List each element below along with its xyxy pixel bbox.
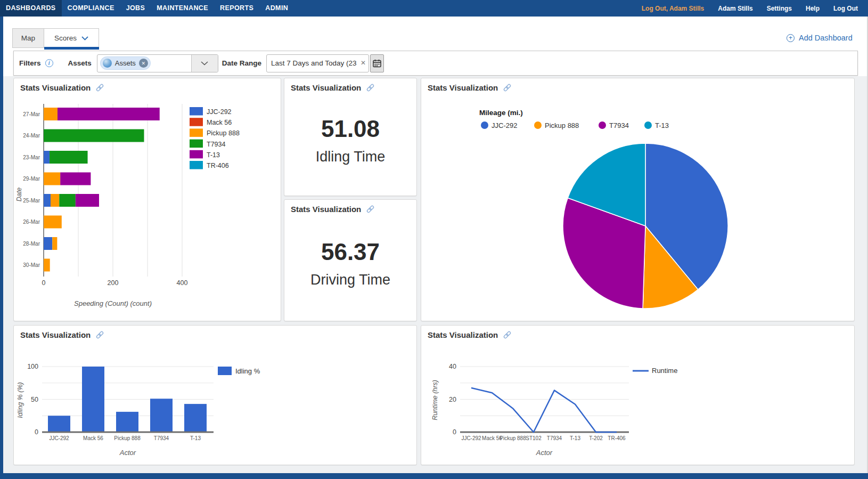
nav-item-admin[interactable]: ADMIN: [259, 0, 294, 17]
settings-link[interactable]: Settings: [760, 5, 799, 12]
svg-text:JJC-292: JJC-292: [492, 121, 517, 129]
nav-item-dashboards[interactable]: DASHBOARDS: [0, 0, 62, 17]
driving-time-value: 56.37: [321, 239, 380, 265]
panel-header: Stats Visualization: [284, 78, 416, 92]
main-menu: DASHBOARDSCOMPLIANCEJOBSMAINTENANCEREPOR…: [0, 0, 294, 17]
svg-text:Speeding (Count) (count): Speeding (Count) (count): [74, 299, 152, 307]
calendar-button[interactable]: [370, 54, 384, 72]
svg-text:JJC-292: JJC-292: [461, 435, 481, 441]
svg-text:JJC-292: JJC-292: [207, 108, 232, 116]
panel-speeding-stacked-bar: Stats Visualization 27-Mar24-Mar23-Mar29…: [13, 78, 281, 321]
panel-header: Stats Visualization: [421, 78, 854, 92]
logout-user-link[interactable]: Log Out, Adam Stills: [635, 5, 711, 12]
panel-idling-time-stat: Stats Visualization 51.08 Idling Time: [284, 78, 417, 196]
mileage-pie-chart: Mileage (mi.)JJC-292Pickup 888T7934T-13: [421, 100, 854, 321]
link-icon[interactable]: [503, 330, 512, 339]
globe-icon: [103, 59, 112, 68]
svg-text:T-13: T-13: [207, 151, 220, 159]
svg-text:200: 200: [108, 279, 119, 287]
link-icon[interactable]: [366, 83, 375, 92]
svg-text:Runtime (hrs): Runtime (hrs): [431, 380, 439, 420]
link-icon[interactable]: [95, 83, 104, 92]
navbar-right: Log Out, Adam Stills Adam Stills Setting…: [635, 0, 868, 17]
chevron-down-icon: [201, 61, 208, 66]
svg-text:T-13: T-13: [190, 435, 201, 441]
idling-time-value: 51.08: [321, 116, 380, 142]
remove-assets-filter-icon[interactable]: ✕: [139, 59, 148, 68]
svg-text:Pickup 888: Pickup 888: [545, 121, 579, 129]
assets-select[interactable]: Assets ✕: [97, 54, 218, 72]
active-tab-underline: [44, 47, 99, 50]
link-icon[interactable]: [95, 330, 104, 339]
svg-text:ST102: ST102: [526, 435, 542, 441]
svg-text:TR-406: TR-406: [207, 162, 229, 169]
help-link[interactable]: Help: [799, 5, 826, 12]
info-icon[interactable]: i: [45, 59, 53, 67]
top-navbar: DASHBOARDSCOMPLIANCEJOBSMAINTENANCEREPOR…: [0, 0, 868, 17]
clear-date-range-icon[interactable]: ✕: [361, 59, 366, 67]
date-range-input[interactable]: [266, 54, 369, 72]
filters-label: Filters: [19, 59, 41, 67]
svg-text:29-Mar: 29-Mar: [23, 176, 40, 182]
svg-text:50: 50: [31, 396, 38, 403]
svg-text:Mack 56: Mack 56: [207, 119, 232, 126]
svg-text:30-Mar: 30-Mar: [23, 262, 40, 268]
link-icon[interactable]: [503, 83, 512, 92]
panel-title: Stats Visualization: [20, 83, 91, 92]
add-dashboard-button[interactable]: + Add Dashboard: [787, 32, 853, 44]
chevron-down-icon: [81, 36, 88, 40]
svg-text:Mack 56: Mack 56: [83, 435, 103, 441]
tab-scores[interactable]: Scores: [44, 28, 99, 48]
tab-map[interactable]: Map: [12, 28, 44, 48]
logout-link[interactable]: Log Out: [826, 5, 865, 12]
svg-text:T7934: T7934: [609, 121, 629, 129]
svg-text:Idling %: Idling %: [235, 367, 260, 375]
speeding-stacked-bar-chart: 27-Mar24-Mar23-Mar29-Mar25-Mar26-Mar28-M…: [14, 100, 280, 322]
nav-item-reports[interactable]: REPORTS: [214, 0, 259, 17]
svg-text:TR-406: TR-406: [608, 435, 626, 441]
svg-text:0: 0: [453, 428, 456, 436]
svg-text:Actor: Actor: [536, 449, 553, 457]
tab-scores-label: Scores: [54, 34, 77, 42]
stat-body: 56.37 Driving Time: [284, 221, 416, 321]
svg-text:T-13: T-13: [570, 435, 580, 441]
panel-title: Stats Visualization: [428, 330, 498, 339]
user-name-link[interactable]: Adam Stills: [711, 5, 759, 12]
svg-text:Pickup 888: Pickup 888: [114, 435, 141, 441]
idling-percent-bar-chart: 050100JJC-292Mack 56Pickup 888T7934T-13A…: [14, 347, 414, 464]
nav-item-compliance[interactable]: COMPLIANCE: [62, 0, 120, 17]
svg-text:T-13: T-13: [655, 121, 669, 129]
svg-text:JJC-292: JJC-292: [49, 435, 69, 441]
svg-text:27-Mar: 27-Mar: [23, 111, 40, 117]
svg-text:T7934: T7934: [207, 141, 225, 148]
assets-select-dropdown[interactable]: [191, 55, 218, 72]
date-range-label: Date Range: [222, 59, 261, 67]
panel-driving-time-stat: Stats Visualization 56.37 Driving Time: [284, 199, 417, 321]
assets-label: Assets: [68, 59, 92, 67]
calendar-icon: [373, 59, 381, 68]
link-icon[interactable]: [366, 205, 375, 214]
nav-item-jobs[interactable]: JOBS: [120, 0, 151, 17]
panel-header: Stats Visualization: [421, 326, 854, 339]
panel-header: Stats Visualization: [14, 78, 281, 92]
add-dashboard-label: Add Dashboard: [799, 34, 853, 42]
nav-item-maintenance[interactable]: MAINTENANCE: [151, 0, 214, 17]
svg-text:20: 20: [449, 396, 456, 403]
panel-title: Stats Visualization: [428, 83, 498, 92]
panel-title: Stats Visualization: [291, 83, 361, 92]
runtime-line-chart: 02040JJC-292Mack 56Pickup 888ST102T7934T…: [421, 347, 854, 464]
svg-text:Mileage (mi.): Mileage (mi.): [479, 109, 523, 117]
assets-chip-label: Assets: [115, 59, 136, 67]
svg-text:100: 100: [27, 363, 38, 370]
panel-header: Stats Visualization: [284, 200, 416, 214]
svg-text:Pickup 888: Pickup 888: [499, 435, 526, 441]
svg-text:Pickup 888: Pickup 888: [207, 129, 240, 137]
assets-filter-chip: Assets ✕: [100, 56, 151, 70]
driving-time-label: Driving Time: [310, 272, 390, 288]
svg-text:26-Mar: 26-Mar: [23, 219, 40, 225]
svg-text:Idling % (%): Idling % (%): [17, 382, 24, 418]
svg-text:23-Mar: 23-Mar: [23, 155, 40, 160]
panel-title: Stats Visualization: [291, 205, 361, 214]
panel-runtime-line: Stats Visualization 02040JJC-292Mack 56P…: [421, 325, 855, 465]
tab-map-label: Map: [21, 34, 35, 42]
